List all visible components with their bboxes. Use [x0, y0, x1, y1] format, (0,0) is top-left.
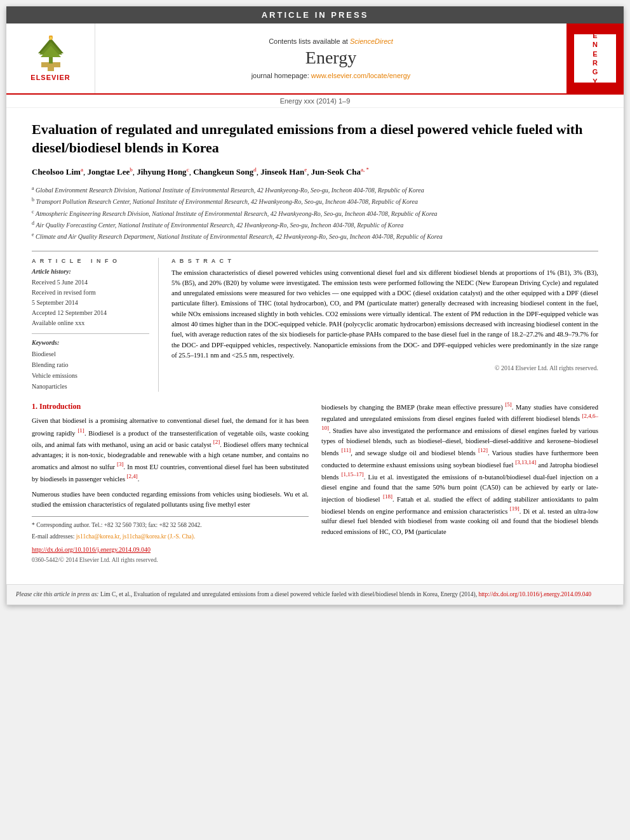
elsevier-name: ELSEVIER [30, 74, 70, 81]
issn-text: 0360-5442/© 2014 Elsevier Ltd. All right… [32, 557, 158, 563]
authors-line: Cheolsoo Lima, Jongtae Leeb, Jihyung Hon… [32, 166, 598, 178]
keywords-label: Keywords: [32, 339, 149, 346]
sciencedirect-prefix: Contents lists available at [269, 37, 350, 45]
affil-d: d Air Quality Forecasting Center, Nation… [32, 220, 598, 230]
author-1: Cheolsoo Lim [32, 168, 81, 177]
author-2: Jongtae Lee [87, 168, 130, 177]
elsevier-tree-icon [25, 36, 76, 74]
abstract-text: The emission characteristics of diesel p… [171, 268, 598, 361]
accepted-date: Accepted 12 September 2014 [32, 308, 149, 318]
ref-5: [5] [505, 401, 512, 408]
article-title: Evaluation of regulated and unregulated … [32, 121, 598, 157]
main-col-left: 1. Introduction Given that biodiesel is … [32, 401, 309, 566]
intro-para3: biodiesels by changing the BMEP (brake m… [321, 401, 598, 537]
main-col-right: biodiesels by changing the BMEP (brake m… [321, 401, 598, 566]
available-online: Available online xxx [32, 318, 149, 328]
citation-text: Lim C, et al., Evaluation of regulated a… [100, 591, 479, 597]
keyword-2: Blending ratio [32, 359, 149, 370]
abstract-section-label: A B S T R A C T [171, 258, 598, 264]
energy-logo-inner: ENERGY [573, 33, 617, 84]
section1-heading: 1. Introduction [32, 401, 309, 413]
citation-box: Please cite this article in press as: Li… [6, 584, 624, 604]
ref-4: [2,4] [127, 473, 138, 479]
email-addresses[interactable]: js11cha@korea.kr, js11cha@korea.kr (J.-S… [76, 533, 196, 540]
affil-b: b Transport Pollution Research Center, N… [32, 196, 598, 206]
citation-doi[interactable]: http://dx.doi.org/10.1016/j.energy.2014.… [478, 591, 591, 597]
revised-date: 5 September 2014 [32, 298, 149, 308]
sciencedirect-line: Contents lists available at ScienceDirec… [269, 37, 393, 45]
abstract-col: A B S T R A C T The emission characteris… [171, 258, 598, 392]
journal-name-heading: Energy [305, 48, 356, 68]
ref-9: [3,13,14] [515, 459, 536, 465]
ref-2: [2] [213, 439, 220, 445]
ref-8: [12] [478, 447, 488, 453]
main-body: 1. Introduction Given that biodiesel is … [32, 401, 598, 566]
intro-para1: Given that biodiesel is a promising alte… [32, 416, 309, 484]
abstract-footer: © 2014 Elsevier Ltd. All rights reserved… [171, 364, 598, 371]
corresponding-footnote: * Corresponding author. Tel.: +82 32 560… [32, 521, 309, 530]
affil-a: a Global Environment Research Division, … [32, 185, 598, 195]
page-ref-text: Energy xxx (2014) 1–9 [280, 97, 351, 105]
svg-point-7 [50, 37, 52, 40]
ref-7: [11] [342, 447, 351, 453]
author-6: Jun-Seok Cha [311, 168, 361, 177]
affil-e: e Climate and Air Quality Research Depar… [32, 231, 598, 241]
received-revised-label: Received in revised form [32, 288, 149, 298]
author-4: Changkeun Song [193, 168, 253, 177]
ref-1: [1] [77, 427, 84, 434]
article-info-label: A R T I C L E I N F O [32, 258, 149, 264]
homepage-link[interactable]: www.elsevier.com/locate/energy [311, 72, 411, 79]
intro-para2: Numerous studies have been conducted reg… [32, 490, 309, 510]
banner-text: ARTICLE IN PRESS [262, 10, 369, 20]
journal-header: ELSEVIER Contents lists available at Sci… [6, 23, 624, 95]
email-label: E-mail addresses: [32, 533, 74, 540]
affiliations: a Global Environment Research Division, … [32, 185, 598, 242]
author-5: Jinseok Han [260, 168, 304, 177]
homepage-prefix: journal homepage: [251, 72, 311, 79]
article-info-col: A R T I C L E I N F O Article history: R… [32, 258, 159, 392]
ref-3: [3] [117, 461, 124, 467]
info-divider [32, 333, 149, 334]
page-num-line: Energy xxx (2014) 1–9 [6, 95, 624, 108]
elsevier-logo-box: ELSEVIER [6, 23, 95, 93]
sciencedirect-link[interactable]: ScienceDirect [350, 37, 393, 45]
page-content: Evaluation of regulated and unregulated … [6, 108, 624, 578]
ref-10: [1,15–17] [342, 471, 364, 477]
page: ARTICLE IN PRESS [6, 6, 624, 605]
email-footnote: E-mail addresses: js11cha@korea.kr, js11… [32, 532, 309, 541]
ref-11: [18] [383, 493, 392, 500]
journal-center: Contents lists available at ScienceDirec… [95, 23, 566, 93]
history-label: Article history: [32, 268, 149, 275]
ref-12: [19] [510, 505, 519, 512]
article-in-press-banner: ARTICLE IN PRESS [6, 6, 624, 23]
keyword-1: Biodiesel [32, 349, 149, 359]
received-date: Received 5 June 2014 [32, 277, 149, 288]
keyword-3: Vehicle emissions [32, 370, 149, 381]
ref-6: [2,4,6–10] [321, 413, 598, 431]
info-abstract-section: A R T I C L E I N F O Article history: R… [32, 251, 598, 392]
author-3: Jihyung Hong [137, 168, 186, 177]
energy-logo-box: ENERGY [566, 23, 624, 93]
doi-link[interactable]: http://dx.doi.org/10.1016/j.energy.2014.… [32, 546, 151, 553]
footnote-section: * Corresponding author. Tel.: +82 32 560… [32, 516, 309, 541]
affil-c: c Atmospheric Engineering Research Divis… [32, 208, 598, 218]
journal-homepage-line: journal homepage: www.elsevier.com/locat… [251, 72, 411, 79]
keyword-4: Nanoparticles [32, 381, 149, 392]
